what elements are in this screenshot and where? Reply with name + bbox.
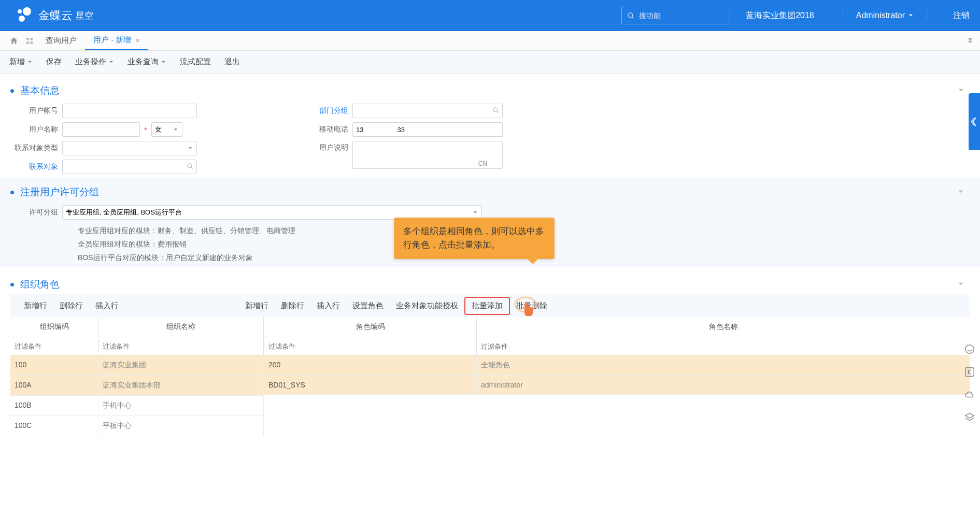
expand-tabs-icon[interactable] bbox=[967, 36, 974, 45]
col-header-org-name: 组织名称 bbox=[98, 317, 264, 337]
cell-org-name: 蓝海实业集团本部 bbox=[98, 376, 264, 395]
user-name: Administrator bbox=[856, 11, 905, 20]
collapse-icon[interactable] bbox=[957, 188, 964, 197]
toolbar-new[interactable]: 新增 bbox=[9, 57, 33, 67]
chevron-down-icon bbox=[161, 58, 166, 66]
btn-batch-add[interactable]: 批量添加 bbox=[464, 297, 510, 315]
svg-line-1 bbox=[632, 17, 634, 18]
label-mobile: 移动电话 bbox=[301, 125, 352, 134]
btn-right-add-row[interactable]: 新增行 bbox=[239, 298, 275, 314]
tab-user-new[interactable]: 用户 - 新增 × bbox=[85, 31, 148, 50]
cursor-hand-icon bbox=[513, 296, 538, 327]
svg-rect-3 bbox=[30, 38, 33, 40]
input-contact[interactable] bbox=[62, 160, 197, 174]
input-mobile[interactable] bbox=[352, 122, 503, 137]
search-input[interactable] bbox=[639, 11, 717, 20]
grid-filter-row bbox=[10, 337, 264, 355]
toolbar-biz-query[interactable]: 业务查询 bbox=[127, 57, 166, 67]
filter-org-name[interactable] bbox=[98, 337, 264, 355]
role-grid: 角色编码 角色名称 200全能角色BD01_SYSadministrator bbox=[264, 317, 970, 436]
btn-left-add-row[interactable]: 新增行 bbox=[18, 298, 53, 314]
input-name[interactable] bbox=[62, 122, 140, 137]
svg-point-8 bbox=[188, 163, 192, 167]
divider bbox=[843, 10, 843, 21]
support-icon[interactable] bbox=[962, 342, 977, 356]
global-search[interactable] bbox=[621, 7, 730, 24]
lang-indicator: CN bbox=[478, 160, 487, 167]
brand-logo: 金蝶云 星空 bbox=[16, 6, 93, 25]
cell-org-code: 100A bbox=[10, 376, 98, 395]
bullet-icon bbox=[10, 89, 14, 93]
svg-rect-4 bbox=[26, 41, 29, 44]
section-title: 基本信息 bbox=[20, 84, 60, 97]
required-mark: * bbox=[144, 125, 147, 134]
collapse-icon[interactable] bbox=[957, 280, 964, 289]
cell-org-name: 手机中心 bbox=[98, 396, 264, 415]
org-role-toolbar: 新增行 删除行 插入行 新增行 删除行 插入行 设置角色 业务对象功能授权 批量… bbox=[10, 294, 970, 317]
section-header: 注册用户许可分组 bbox=[10, 185, 970, 199]
brand-sub: 星空 bbox=[76, 10, 93, 22]
cell-role-code: 200 bbox=[264, 355, 477, 375]
btn-left-insert-row[interactable]: 插入行 bbox=[89, 298, 125, 314]
layers-icon[interactable] bbox=[962, 410, 977, 425]
cell-org-code: 100 bbox=[10, 355, 98, 375]
toolbar-label: 业务查询 bbox=[127, 57, 159, 67]
select-gender[interactable] bbox=[151, 122, 182, 137]
grid-header: 组织编码 组织名称 bbox=[10, 317, 264, 337]
toolbar-exit[interactable]: 退出 bbox=[224, 57, 240, 67]
filter-role-name[interactable] bbox=[477, 337, 970, 355]
cell-role-name: administrator bbox=[477, 376, 970, 394]
cell-org-name: 蓝海实业集团 bbox=[98, 355, 264, 375]
toolbar-flow-config[interactable]: 流式配置 bbox=[180, 57, 211, 67]
label-dept[interactable]: 部门分组 bbox=[301, 106, 352, 116]
section-header: 组织角色 bbox=[10, 278, 970, 291]
logout-link[interactable]: 注销 bbox=[953, 10, 970, 21]
toolbar-biz-op[interactable]: 业务操作 bbox=[75, 57, 114, 67]
toolbar-save[interactable]: 保存 bbox=[46, 57, 62, 67]
search-icon[interactable] bbox=[492, 107, 500, 116]
company-name[interactable]: 蓝海实业集团2018 bbox=[746, 10, 814, 21]
user-menu[interactable]: Administrator bbox=[856, 11, 914, 20]
input-account[interactable] bbox=[62, 104, 197, 118]
label-contact[interactable]: 联系对象 bbox=[10, 162, 62, 171]
btn-biz-object-auth[interactable]: 业务对象功能授权 bbox=[390, 298, 464, 314]
side-panel-toggle[interactable] bbox=[969, 93, 980, 150]
section-org-role: 组织角色 bbox=[0, 267, 980, 291]
btn-right-insert-row[interactable]: 插入行 bbox=[310, 298, 346, 314]
table-row[interactable]: 200全能角色 bbox=[264, 355, 970, 376]
chevron-down-icon bbox=[108, 58, 114, 66]
table-row[interactable]: 100C平板中心 bbox=[10, 416, 264, 436]
table-row[interactable]: BD01_SYSadministrator bbox=[264, 376, 970, 395]
cloud-icon[interactable] bbox=[962, 388, 977, 402]
k-icon[interactable] bbox=[962, 365, 977, 379]
svg-line-9 bbox=[191, 167, 193, 168]
btn-set-role[interactable]: 设置角色 bbox=[346, 298, 390, 314]
home-icon[interactable] bbox=[6, 31, 22, 50]
btn-right-delete-row[interactable]: 删除行 bbox=[275, 298, 310, 314]
org-grid: 组织编码 组织名称 100蓝海实业集团100A蓝海实业集团本部100B手机中心1… bbox=[10, 317, 264, 436]
filter-org-code[interactable] bbox=[10, 337, 98, 355]
tab-bar: 查询用户 用户 - 新增 × bbox=[0, 31, 980, 51]
apps-icon[interactable] bbox=[22, 31, 37, 50]
bullet-icon bbox=[10, 283, 14, 286]
table-row[interactable]: 100A蓝海实业集团本部 bbox=[10, 376, 264, 396]
label-license-group: 许可分组 bbox=[10, 208, 62, 217]
select-contact-type[interactable] bbox=[62, 141, 197, 155]
collapse-icon[interactable] bbox=[957, 87, 964, 95]
tab-query-user[interactable]: 查询用户 bbox=[37, 31, 85, 50]
svg-line-7 bbox=[497, 111, 499, 112]
btn-left-delete-row[interactable]: 删除行 bbox=[53, 298, 89, 314]
search-icon[interactable] bbox=[187, 163, 194, 171]
section-title: 注册用户许可分组 bbox=[20, 185, 99, 199]
close-icon[interactable]: × bbox=[135, 36, 140, 45]
input-dept[interactable] bbox=[352, 104, 503, 118]
form-toolbar: 新增 保存 业务操作 业务查询 流式配置 退出 bbox=[0, 51, 980, 74]
filter-role-code[interactable] bbox=[264, 337, 477, 355]
grid-filter-row bbox=[264, 337, 970, 355]
table-row[interactable]: 100B手机中心 bbox=[10, 396, 264, 416]
svg-point-6 bbox=[493, 107, 498, 111]
grid-container: 组织编码 组织名称 100蓝海实业集团100A蓝海实业集团本部100B手机中心1… bbox=[10, 317, 970, 436]
svg-rect-5 bbox=[30, 41, 33, 44]
grid-header: 角色编码 角色名称 bbox=[264, 317, 970, 337]
table-row[interactable]: 100蓝海实业集团 bbox=[10, 355, 264, 376]
